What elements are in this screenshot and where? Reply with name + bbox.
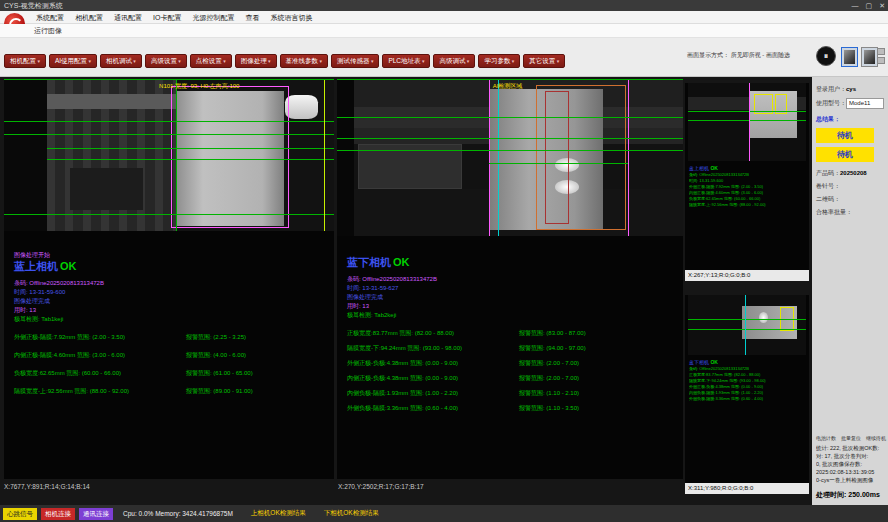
total-result-label: 总结果： [816,115,886,124]
menu-bar: 系统配置 相机配置 通讯配置 IO卡配置 光源控制配置 查看 系统语言切换 [0,11,888,24]
btn-spot-check[interactable]: 点检设置 [190,54,232,68]
stats-line: 对: 17, 批次分卷判对: [816,452,886,460]
camera-thumb-image-1 [844,50,855,64]
measure-line [337,138,683,139]
menu-language-switch[interactable]: 系统语言切换 [270,11,312,24]
btn-advanced-debug[interactable]: 高级调试 [433,54,475,68]
menu-io-config[interactable]: IO卡配置 [153,11,181,24]
measure-line [489,163,627,164]
measure-line [4,214,334,215]
upper-pixel-coordinate: X:7677,Y:891;R:14;G:14;B:14 [4,483,90,490]
overlay-text: N101:宽度: 93; H0:左向高:100 [159,83,239,90]
tab-strip: 运行图像 [0,24,888,38]
tool-icon-1[interactable] [877,48,885,55]
done-line: 图像处理完成 [347,293,683,302]
camera-thumb-button-1[interactable] [841,47,858,67]
lower-camera-image[interactable]: AI检测区域 [337,79,683,236]
ok-badge: OK [710,165,718,171]
upper-preview-panel[interactable]: 蓝上相机 OK 条码: Offline2025020813313472B 时间:… [685,83,809,281]
upper-camera-panel[interactable]: N101:宽度: 93; H0:左向高:100 图像处理开始 蓝上相机OK 条码… [4,79,334,479]
window-title: CYS-视觉检测系统 [4,2,63,9]
upper-preview-text: 蓝上相机 OK 条码: Offline2025020813313472B 时间:… [685,161,809,208]
ok-badge: OK [60,260,77,272]
statistics-block: 电池计数 批量复位 继续待机 统计: 222, 批次检测OK数: 对: 17, … [816,435,886,500]
btn-baseline-params[interactable]: 基准线参数 [280,54,328,68]
tab-detect-line: 极耳检测: Tab1keji [14,315,334,324]
status-badge-lower: 待机 [816,147,874,162]
time-line: 时间: 13-31-59-627 [347,284,683,293]
menu-camera-config[interactable]: 相机配置 [75,11,103,24]
elapsed-line: 用时: 13 [347,302,683,311]
measure-line [47,148,334,149]
window-controls: — ▢ ✕ [852,0,886,11]
edge-line-magenta [749,83,750,161]
tool-icon-2[interactable] [877,57,885,64]
tab-detect-line: 极耳检测: Tab2keji [347,311,683,320]
measurement-row: 隔膜宽度-下:94.24mm 范围: (93.00 - 98.00)报警范围: … [347,344,683,353]
machinery-band [47,94,176,109]
edge-line-cyan [745,295,746,355]
measure-line [688,120,806,121]
measurement-row: 隔膜宽度-上:92.56mm 范围: (88.00 - 92.00)报警范围: … [14,387,334,396]
btn-image-processing[interactable]: 图像处理 [235,54,277,68]
menu-system-config[interactable]: 系统配置 [36,11,64,24]
measurement-list: 外侧正极-隔膜:7.92mm 范围: (2.00 - 3.50)报警范围: (2… [14,333,334,396]
stats-line: 统计: 222, 批次检测OK数: [816,444,886,452]
btn-plc-address[interactable]: PLC地址表 [382,54,430,68]
measurement-row: 外侧正极-隔膜:7.92mm 范围: (2.00 - 3.50)报警范围: (2… [14,333,334,342]
btn-advanced-settings[interactable]: 高级设置 [145,54,187,68]
upper-camera-image[interactable]: N101:宽度: 93; H0:左向高:100 [4,79,334,231]
edge-line-magenta [628,80,629,236]
lower-preview-image[interactable] [688,295,806,355]
minimize-icon[interactable]: — [852,0,859,11]
btn-camera-config[interactable]: 相机配置 [4,54,46,68]
btn-learning-params[interactable]: 学习参数 [478,54,520,68]
camera-thumb-image-2 [864,50,875,64]
menu-comm-config[interactable]: 通讯配置 [114,11,142,24]
process-time: 处理时间: 250.00ms [816,490,886,500]
model-input[interactable]: Mode11 [846,98,884,109]
continue-standby-label[interactable]: 继续待机 [866,435,886,441]
lower-pixel-coordinate: X:270,Y:2502;R:17;G:17;B:17 [338,483,424,490]
measure-line [4,121,334,122]
lower-camera-result-status: 下相机OK检测结果 [324,509,379,518]
machinery-block [70,168,143,210]
btn-test-sensor[interactable]: 测试传感器 [331,54,379,68]
measure-line [337,117,683,118]
maximize-icon[interactable]: ▢ [866,0,873,11]
tab-run-image[interactable]: 运行图像 [34,24,62,38]
camera-thumb-button-2[interactable] [861,47,878,67]
btn-ai-config[interactable]: AI使用配置 [49,54,97,68]
menu-view[interactable]: 查看 [245,11,259,24]
upper-preview-image[interactable] [688,83,806,161]
btn-other-settings[interactable]: 其它设置 [523,54,565,68]
main-area: N101:宽度: 93; H0:左向高:100 图像处理开始 蓝上相机OK 条码… [0,77,888,505]
status-badge-upper: 待机 [816,128,874,143]
elapsed-line: 用时: 13 [14,306,334,315]
scene-shadow [337,80,354,236]
status-bar: 心跳信号 相机连接 通讯连接 Cpu: 0.0% Memory: 3424.41… [0,505,888,522]
camera-result-title: 蓝下相机OK [347,256,683,269]
edge-line-cyan [498,80,499,236]
lower-preview-panel[interactable]: 蓝下相机 OK 条码: Offline2025020813313472B 正极宽… [685,295,809,494]
qr-code-row: 二维码： [816,195,886,204]
statistics-header: 电池计数 批量复位 继续待机 [816,435,886,441]
batch-reset-label[interactable]: 批量复位 [841,435,861,441]
lower-preview-coordinate: X:311;Y:980;R:0;G:0;B:0 [685,483,809,494]
lower-preview-text: 蓝下相机 OK 条码: Offline2025020813313472B 正极宽… [685,355,809,402]
display-mode-label: 画面显示方式： 所见即所视 - 画面随选 [687,51,809,59]
measure-line-vertical [176,80,177,231]
ok-badge: OK [393,256,410,268]
roller [285,95,318,119]
upper-preview-coordinate: X:267;Y:13;R:0;G:0;B:0 [685,270,809,281]
pause-button[interactable]: ⏸ [816,46,836,66]
process-start-line: 图像处理开始 [14,251,334,260]
lower-camera-panel[interactable]: AI检测区域 蓝下相机OK 条码: Offline202502081331347… [337,79,683,479]
close-icon[interactable]: ✕ [879,0,885,11]
menu-light-config[interactable]: 光源控制配置 [192,11,234,24]
scene-shadow [4,80,47,231]
battery-count-label[interactable]: 电池计数 [816,435,836,441]
login-user-row: 登录用户：cys [816,85,886,94]
toolbar: 相机配置 AI使用配置 相机调试 高级设置 点检设置 图像处理 基准线参数 测试… [0,38,888,77]
btn-camera-debug[interactable]: 相机调试 [100,54,142,68]
